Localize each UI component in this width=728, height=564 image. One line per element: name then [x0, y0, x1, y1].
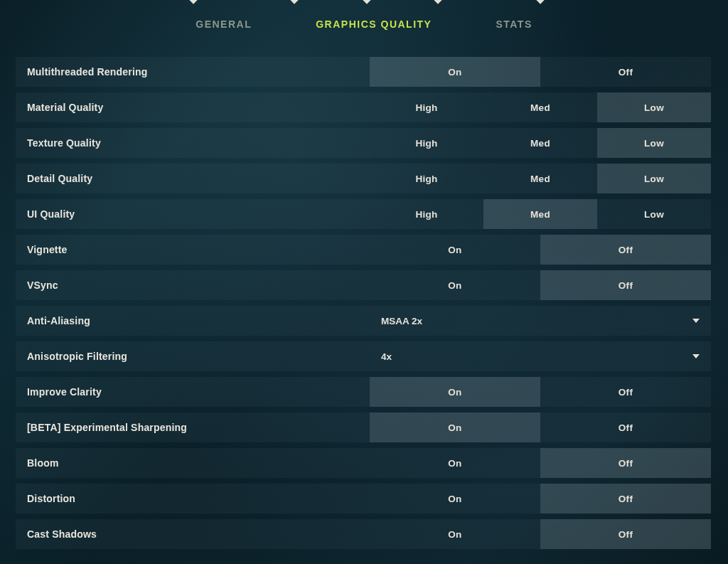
- setting-label: Cast Shadows: [16, 519, 370, 549]
- row-anisotropic-filtering: Anisotropic Filtering 4x: [16, 341, 711, 371]
- graphics-settings-list: Multithreaded Rendering On Off Material …: [16, 57, 711, 555]
- option-med[interactable]: Med: [483, 92, 597, 122]
- option-high[interactable]: High: [370, 92, 483, 122]
- dropdown-value: MSAA 2x: [381, 316, 422, 326]
- tab-general[interactable]: GENERAL: [196, 18, 252, 30]
- setting-label: Detail Quality: [16, 164, 370, 193]
- row-distortion: Distortion On Off: [16, 484, 711, 514]
- setting-label: Improve Clarity: [16, 377, 370, 407]
- setting-label: [BETA] Experimental Sharpening: [16, 413, 370, 442]
- option-off[interactable]: Off: [540, 448, 711, 478]
- setting-label: UI Quality: [16, 199, 370, 229]
- row-anti-aliasing: Anti-Aliasing MSAA 2x: [16, 306, 711, 336]
- tab-stats[interactable]: STATS: [496, 18, 532, 30]
- setting-label: Bloom: [16, 448, 370, 478]
- row-bloom: Bloom On Off: [16, 448, 711, 478]
- option-on[interactable]: On: [370, 413, 540, 442]
- row-improve-clarity: Improve Clarity On Off: [16, 377, 711, 407]
- option-med[interactable]: Med: [483, 199, 597, 229]
- row-vsync: VSync On Off: [16, 270, 711, 300]
- row-cast-shadows: Cast Shadows On Off: [16, 519, 711, 549]
- option-high[interactable]: High: [370, 164, 483, 193]
- option-off[interactable]: Off: [540, 519, 711, 549]
- option-on[interactable]: On: [370, 235, 540, 265]
- row-ui-quality: UI Quality High Med Low: [16, 199, 711, 229]
- option-off[interactable]: Off: [540, 235, 711, 265]
- option-on[interactable]: On: [370, 270, 540, 300]
- settings-tab-bar: GENERAL GRAPHICS QUALITY STATS: [0, 18, 728, 30]
- setting-label: Anisotropic Filtering: [16, 341, 370, 371]
- option-on[interactable]: On: [370, 57, 540, 87]
- setting-label: Multithreaded Rendering: [16, 57, 370, 87]
- option-off[interactable]: Off: [540, 377, 711, 407]
- row-material-quality: Material Quality High Med Low: [16, 92, 711, 122]
- setting-label: VSync: [16, 270, 370, 300]
- top-diamond-markers: [0, 0, 728, 4]
- chevron-down-icon: [692, 354, 700, 358]
- option-high[interactable]: High: [370, 128, 483, 158]
- option-low[interactable]: Low: [597, 164, 711, 193]
- setting-label: Distortion: [16, 484, 370, 514]
- setting-label: Anti-Aliasing: [16, 306, 370, 336]
- option-on[interactable]: On: [370, 448, 540, 478]
- setting-label: Texture Quality: [16, 128, 370, 158]
- row-multithreaded-rendering: Multithreaded Rendering On Off: [16, 57, 711, 87]
- option-on[interactable]: On: [370, 519, 540, 549]
- dropdown-anti-aliasing[interactable]: MSAA 2x: [370, 306, 711, 336]
- row-experimental-sharpening: [BETA] Experimental Sharpening On Off: [16, 413, 711, 442]
- row-texture-quality: Texture Quality High Med Low: [16, 128, 711, 158]
- option-off[interactable]: Off: [540, 270, 711, 300]
- option-high[interactable]: High: [370, 199, 483, 229]
- setting-label: Vignette: [16, 235, 370, 265]
- dropdown-anisotropic-filtering[interactable]: 4x: [370, 341, 711, 371]
- tab-graphics-quality[interactable]: GRAPHICS QUALITY: [316, 18, 432, 30]
- row-detail-quality: Detail Quality High Med Low: [16, 164, 711, 193]
- row-vignette: Vignette On Off: [16, 235, 711, 265]
- option-on[interactable]: On: [370, 377, 540, 407]
- option-med[interactable]: Med: [483, 164, 597, 193]
- option-med[interactable]: Med: [483, 128, 597, 158]
- option-off[interactable]: Off: [540, 57, 711, 87]
- option-low[interactable]: Low: [597, 128, 711, 158]
- chevron-down-icon: [692, 319, 700, 323]
- option-off[interactable]: Off: [540, 484, 711, 514]
- dropdown-value: 4x: [381, 351, 392, 362]
- option-off[interactable]: Off: [540, 413, 711, 442]
- setting-label: Material Quality: [16, 92, 370, 122]
- option-on[interactable]: On: [370, 484, 540, 514]
- option-low[interactable]: Low: [597, 92, 711, 122]
- option-low[interactable]: Low: [597, 199, 711, 229]
